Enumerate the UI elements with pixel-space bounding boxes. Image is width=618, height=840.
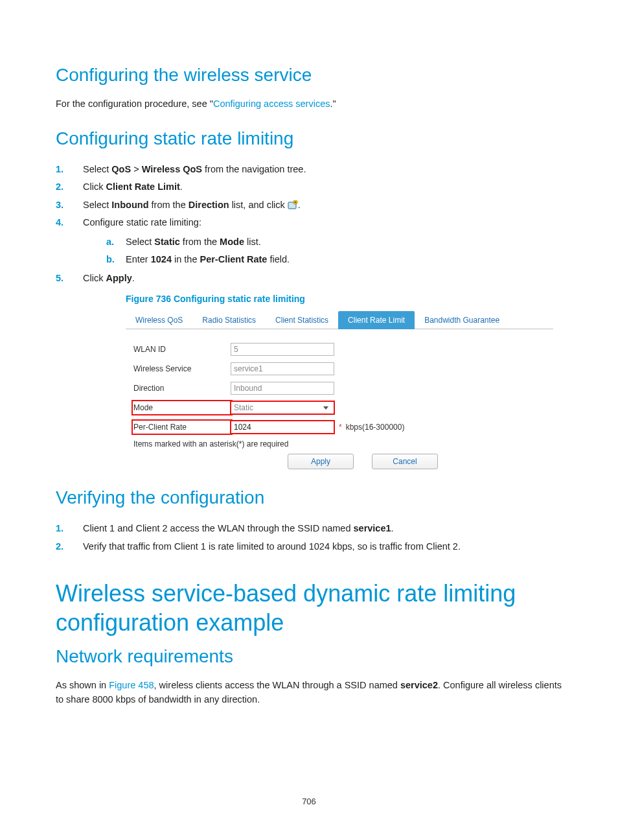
text: list, and click [229,200,288,210]
list-item: 2. Click Client Rate Limit. [56,178,562,196]
text: As shown in [56,680,109,690]
text: in the [172,254,200,264]
link-figure-458[interactable]: Figure 458 [109,680,154,690]
list-marker: 1. [56,520,63,538]
text: Client 1 and Client 2 access the WLAN th… [83,523,354,533]
label-direction: Direction [133,384,231,393]
text: Select [83,200,111,210]
list-marker: 5. [56,270,63,288]
required-marker: * [339,423,342,432]
suffix-rate-range: kbps(16-300000) [346,423,405,432]
form: WLAN ID Wireless Service Direction Mode … [126,329,553,436]
text: Configure static rate limiting: [83,217,201,228]
list-marker: 1. [56,161,63,179]
paragraph: For the configuration procedure, see "Co… [56,97,562,111]
cancel-button[interactable]: Cancel [372,454,438,469]
list-item: 2. Verify that traffic from Client 1 is … [56,538,562,556]
list-marker: 2. [56,538,63,556]
text-bold: QoS [111,164,131,174]
button-row: Apply Cancel [288,454,553,469]
list-marker: 2. [56,178,63,196]
ordered-list: 1. Select QoS > Wireless QoS from the na… [56,161,562,287]
text-bold: Apply [106,273,132,283]
list-item: 1. Client 1 and Client 2 access the WLAN… [56,520,562,538]
text: Select [126,237,154,247]
text: Click [83,273,106,283]
text-bold: Static [154,237,180,247]
list-item: 3. Select Inbound from the Direction lis… [56,196,562,215]
tab-client-rate-limit[interactable]: Client Rate Limit [338,311,415,329]
heading-verifying-configuration: Verifying the configuration [56,487,562,508]
apply-button[interactable]: Apply [288,454,354,469]
label-wlan-id: WLAN ID [133,345,231,354]
input-direction[interactable] [231,382,334,395]
text: Click [83,181,106,192]
tab-wireless-qos[interactable]: Wireless QoS [126,311,192,329]
ordered-sublist: a. Select Static from the Mode list. b. … [106,233,562,268]
list-item: a. Select Static from the Mode list. [106,233,562,251]
row-mode: Mode Static [133,399,553,416]
text: . [132,273,135,283]
text: Verify that traffic from Client 1 is rat… [83,541,461,552]
text: For the configuration procedure, see " [56,99,213,109]
text: from the navigation tree. [202,164,306,174]
text-bold: Wireless QoS [142,164,202,174]
heading-configuring-static-rate-limiting: Configuring static rate limiting [56,128,562,149]
text-bold: Client Rate Limit [106,181,179,192]
paragraph: As shown in Figure 458, wireless clients… [56,679,562,707]
text: from the [180,237,220,247]
tab-bandwidth-guarantee[interactable]: Bandwidth Guarantee [415,311,509,329]
select-mode-value: Static [234,403,253,412]
figure-static-rate-limiting: Wireless QoS Radio Statistics Client Sta… [126,310,553,469]
text: Select [83,164,111,174]
heading-network-requirements: Network requirements [56,646,562,667]
list-item: 4. Configure static rate limiting: a. Se… [56,214,562,268]
chevron-down-icon [323,406,328,410]
select-mode[interactable]: Static [231,401,334,414]
text: > [131,164,142,174]
text-bold: service1 [354,523,391,533]
text: Enter [126,254,151,264]
text: list. [244,237,261,247]
list-item: b. Enter 1024 in the Per-Client Rate fie… [106,251,562,268]
tab-bar: Wireless QoS Radio Statistics Client Sta… [126,310,553,329]
list-marker: 4. [56,214,63,232]
row-per-client-rate: Per-Client Rate * kbps(16-300000) [133,419,553,436]
text: field. [267,254,290,264]
tab-client-statistics[interactable]: Client Statistics [266,311,338,329]
page-number: 706 [0,797,618,806]
input-wlan-id[interactable] [231,343,334,356]
text-bold: 1024 [151,254,172,264]
text-bold: Mode [220,237,244,247]
input-wireless-service[interactable] [231,362,334,375]
label-per-client-rate: Per-Client Rate [133,421,231,433]
link-configuring-access-services[interactable]: Configuring access services [213,99,330,109]
label-mode: Mode [133,402,231,414]
heading-dynamic-rate-limiting-example: Wireless service-based dynamic rate limi… [56,579,562,637]
label-wireless-service: Wireless Service [133,364,231,373]
figure-caption: Figure 736 Configuring static rate limit… [126,294,562,304]
row-direction: Direction [133,380,553,397]
text: , wireless clients access the WLAN throu… [154,680,400,690]
list-marker: b. [106,251,115,268]
text: . [298,200,301,210]
heading-configuring-wireless-service: Configuring the wireless service [56,65,562,86]
text-bold: Direction [189,200,229,210]
text-bold: Inbound [111,200,148,210]
list-item: 1. Select QoS > Wireless QoS from the na… [56,161,562,179]
text: . [391,523,394,533]
text-bold: service2 [400,680,438,690]
text: ." [330,99,336,109]
text: . [180,181,183,192]
tab-radio-statistics[interactable]: Radio Statistics [192,311,266,329]
input-per-client-rate[interactable] [231,421,334,434]
row-wireless-service: Wireless Service [133,360,553,377]
text: from the [149,200,189,210]
row-wlan-id: WLAN ID [133,341,553,358]
list-item: 5. Click Apply. [56,270,562,288]
text-bold: Per-Client Rate [200,254,267,264]
note-required: Items marked with an asterisk(*) are req… [133,439,553,449]
ordered-list: 1. Client 1 and Client 2 access the WLAN… [56,520,562,555]
add-icon [288,198,298,207]
list-marker: 3. [56,196,63,215]
